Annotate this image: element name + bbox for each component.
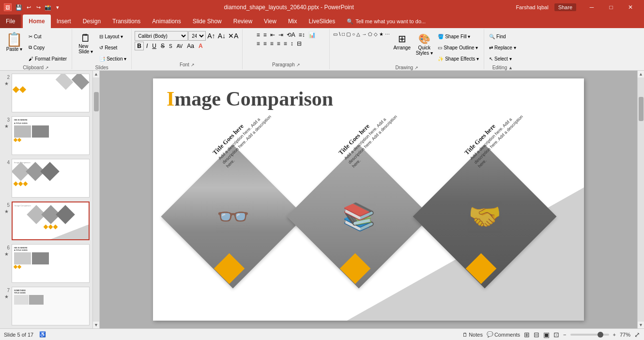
tab-design[interactable]: Design	[77, 15, 107, 28]
scroll-down-arrow[interactable]: ▼	[93, 322, 99, 328]
tab-review[interactable]: Review	[228, 15, 258, 28]
section-button[interactable]: 📑 Section ▾	[97, 53, 128, 64]
tab-liveslides[interactable]: LiveSlides	[303, 15, 341, 28]
minimize-btn[interactable]: ─	[582, 0, 601, 15]
slide-thumb-2[interactable]: 2 ★	[2, 73, 91, 113]
fit-slide-btn[interactable]: ⤢	[634, 331, 640, 339]
shape-round-rect[interactable]: ▢	[346, 31, 351, 37]
notes-btn[interactable]: 🗒 Notes	[462, 332, 483, 338]
canvas-scroll-down[interactable]: ▼	[638, 322, 644, 328]
restore-btn[interactable]: □	[601, 0, 621, 15]
replace-button[interactable]: ⇄ Replace ▾	[487, 42, 518, 53]
tab-file[interactable]: File	[0, 15, 21, 28]
zoom-level[interactable]: 77%	[620, 332, 630, 338]
font-color-btn[interactable]: A	[197, 42, 205, 50]
present-btn[interactable]: 📸	[44, 3, 52, 12]
comments-btn[interactable]: 💬 Comments	[487, 331, 520, 338]
tab-home[interactable]: Home	[23, 15, 50, 28]
scroll-thumb[interactable]	[94, 92, 99, 111]
tab-insert[interactable]: Insert	[51, 15, 77, 28]
slide-thumb-4[interactable]: 4 Image Comparison	[2, 158, 91, 199]
numbered-list-btn[interactable]: ≡	[262, 31, 268, 39]
tab-view[interactable]: View	[258, 15, 282, 28]
zoom-out-btn[interactable]: −	[563, 332, 566, 338]
bold-btn[interactable]: B	[135, 42, 144, 50]
new-slide-button[interactable]: 🗒 NewSlide ▾	[75, 31, 96, 56]
increase-indent-btn[interactable]: ⇥	[277, 31, 285, 39]
view-normal-btn[interactable]: ⊞	[524, 331, 530, 339]
slide-thumb-6[interactable]: 6 ★ HIS IS WHEREA TITLE GOES	[2, 243, 91, 284]
view-presenter-btn[interactable]: ⊡	[553, 331, 559, 339]
underline-btn[interactable]: U	[150, 42, 158, 50]
slide-title[interactable]: Image Comparison	[167, 87, 333, 110]
slide-thumb-7[interactable]: 7 ★ SOMETHINGTITLE GOES	[2, 286, 91, 326]
increase-font-btn[interactable]: A↑	[206, 31, 216, 40]
shape-rect[interactable]: ▭	[333, 31, 338, 37]
justify-btn[interactable]: ≡	[276, 40, 282, 47]
strikethrough-btn[interactable]: S	[159, 42, 167, 50]
share-btn[interactable]: Share	[554, 3, 576, 11]
shape-fill-button[interactable]: 🪣 Shape Fill ▾	[436, 31, 481, 42]
text-direction-btn[interactable]: ⟲A	[285, 31, 297, 39]
char-spacing-btn[interactable]: AV	[175, 43, 185, 49]
scroll-up-arrow[interactable]: ▲	[93, 71, 99, 77]
slide-thumb-5[interactable]: 5 ★ Image Comparison	[2, 201, 91, 241]
undo-btn[interactable]: ↩	[24, 3, 33, 12]
slide-panel-scrollbar[interactable]: ▲ ▼	[93, 71, 100, 328]
shape-line[interactable]: \	[338, 31, 341, 37]
shape-arrow[interactable]: →	[361, 31, 367, 37]
case-btn[interactable]: Aa	[185, 42, 196, 50]
italic-btn[interactable]: I	[144, 42, 150, 50]
font-size-select[interactable]: 24	[188, 31, 206, 41]
align-center-btn[interactable]: ≡	[262, 40, 268, 47]
view-slide-sorter-btn[interactable]: ⊟	[534, 331, 539, 339]
canvas-scroll-up[interactable]: ▲	[638, 71, 644, 77]
justify-low-btn[interactable]: ≡	[282, 40, 289, 47]
save-btn[interactable]: 💾	[15, 3, 23, 12]
reset-button[interactable]: ↺ Reset	[97, 42, 128, 53]
bullet-list-btn[interactable]: ≡	[255, 31, 261, 39]
find-button[interactable]: 🔍 Find	[487, 31, 518, 42]
zoom-slider[interactable]	[570, 334, 609, 336]
slide-thumb-3[interactable]: 3 ★ HIS IS WHERE A TITLE GOES	[2, 115, 91, 156]
close-btn[interactable]: ✕	[621, 0, 640, 15]
canvas-scroll-thumb[interactable]	[639, 97, 644, 121]
paste-button[interactable]: 📋 Paste ▾	[3, 31, 26, 54]
qat-dropdown[interactable]: ▾	[53, 3, 62, 12]
shape-oval[interactable]: ○	[352, 31, 355, 37]
clear-format-btn[interactable]: ✕A	[227, 31, 239, 40]
accessibility-icon[interactable]: ♿	[39, 331, 46, 338]
canvas-scrollbar-v[interactable]: ▲ ▼	[637, 71, 644, 328]
font-family-select[interactable]: Calibri (Body)	[135, 31, 188, 41]
arrange-button[interactable]: ⊞ Arrange	[391, 31, 413, 52]
shape-diamond[interactable]: ◇	[373, 31, 378, 37]
shape-pentagon[interactable]: ⬠	[368, 31, 373, 37]
tab-transitions[interactable]: Transitions	[107, 15, 146, 28]
align-text-btn[interactable]: ≡↕	[297, 31, 307, 39]
user-name[interactable]: Farshad Iqbal	[516, 4, 548, 10]
line-spacing-btn[interactable]: ↕	[289, 40, 295, 47]
tab-search[interactable]: 🔍 Tell me what you want to do...	[341, 15, 431, 28]
text-shadow-btn[interactable]: S	[167, 43, 174, 49]
shape-star[interactable]: ★	[379, 31, 384, 37]
shape-effects-button[interactable]: ✨ Shape Effects ▾	[436, 53, 481, 64]
shape-square[interactable]: □	[341, 31, 345, 37]
select-button[interactable]: ↖ Select ▾	[487, 53, 518, 64]
shape-triangle[interactable]: △	[356, 31, 361, 37]
shape-more[interactable]: ⋯	[384, 31, 390, 37]
tab-animations[interactable]: Animations	[146, 15, 186, 28]
tab-slideshow[interactable]: Slide Show	[187, 15, 228, 28]
cut-button[interactable]: ✂ Cut	[27, 31, 69, 42]
columns-btn[interactable]: ⊟	[295, 40, 303, 47]
format-painter-button[interactable]: 🖌 Format Painter	[27, 53, 69, 64]
align-right-btn[interactable]: ≡	[269, 40, 275, 47]
zoom-in-btn[interactable]: +	[613, 332, 616, 338]
view-reading-btn[interactable]: ▣	[543, 331, 550, 339]
copy-button[interactable]: ⧉ Copy	[27, 42, 69, 53]
smartart-btn[interactable]: 📊	[307, 31, 317, 39]
decrease-indent-btn[interactable]: ⇤	[269, 31, 276, 39]
quick-styles-button[interactable]: 🎨 QuickStyles ▾	[414, 31, 435, 58]
decrease-font-btn[interactable]: A↓	[217, 31, 227, 40]
align-left-btn[interactable]: ≡	[255, 40, 261, 47]
shape-outline-button[interactable]: ▭ Shape Outline ▾	[436, 42, 481, 53]
